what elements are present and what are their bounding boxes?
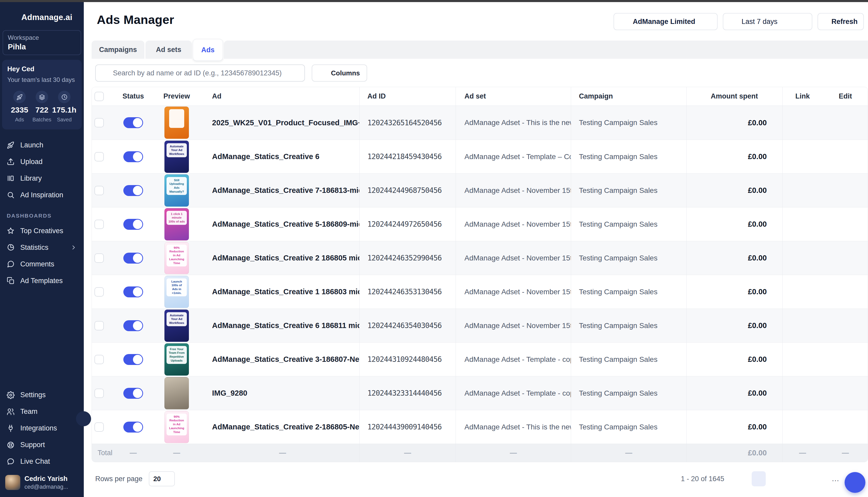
- arrow-down-icon[interactable]: [760, 93, 767, 100]
- page-button-5[interactable]: [814, 471, 828, 486]
- sidebar-item-library[interactable]: Library: [0, 170, 84, 187]
- external-link-icon[interactable]: [798, 253, 808, 263]
- sidebar-item-statistics[interactable]: Statistics: [0, 239, 84, 256]
- sort-icon[interactable]: [488, 94, 494, 99]
- page-button-2[interactable]: [767, 471, 781, 486]
- previous-page-button[interactable]: [735, 471, 746, 486]
- external-link-icon[interactable]: [798, 152, 808, 161]
- sidebar-item-ad-inspiration[interactable]: Ad Inspiration: [0, 187, 84, 203]
- layers-icon: [36, 91, 48, 103]
- external-link-icon[interactable]: [798, 422, 808, 432]
- refresh-button[interactable]: Refresh: [817, 13, 864, 30]
- ad-preview-thumbnail[interactable]: Automate Your Ad Workflows: [164, 310, 189, 342]
- sidebar-item-upload[interactable]: Upload: [0, 153, 84, 170]
- tab-ads[interactable]: Ads: [193, 39, 223, 61]
- tab-ad-sets[interactable]: Ad sets: [146, 41, 192, 59]
- page-button-4[interactable]: [799, 471, 813, 486]
- sort-icon[interactable]: [616, 94, 621, 99]
- status-toggle[interactable]: [123, 422, 143, 432]
- status-toggle[interactable]: [123, 219, 143, 230]
- ad-preview-thumbnail[interactable]: [164, 106, 189, 139]
- row-checkbox[interactable]: [94, 186, 104, 195]
- row-checkbox[interactable]: [94, 219, 104, 229]
- columns-button[interactable]: Columns: [312, 65, 367, 82]
- column-header-ad[interactable]: Ad: [206, 87, 359, 105]
- pencil-icon[interactable]: [841, 186, 850, 195]
- sidebar-item-support[interactable]: Support: [0, 437, 84, 453]
- chevron-updown-icon: [72, 478, 79, 487]
- ad-preview-thumbnail[interactable]: 1 click 1 minute 100s of ads: [164, 208, 189, 240]
- rows-per-page-select[interactable]: 20: [149, 471, 175, 486]
- column-header-campaign[interactable]: Campaign: [571, 87, 686, 105]
- row-checkbox[interactable]: [94, 422, 104, 432]
- row-checkbox[interactable]: [94, 118, 104, 127]
- status-toggle[interactable]: [123, 320, 143, 331]
- ad-preview-thumbnail[interactable]: 90% Reduction in Ad Launching Time: [164, 411, 189, 443]
- row-checkbox[interactable]: [94, 355, 104, 364]
- total-label: Total: [94, 449, 112, 457]
- account-selector[interactable]: AdManage Limited: [614, 13, 718, 30]
- status-toggle[interactable]: [123, 117, 143, 128]
- sidebar-item-settings[interactable]: Settings: [0, 387, 84, 403]
- pencil-icon[interactable]: [841, 423, 850, 431]
- search-input[interactable]: Search by ad name or ad ID (e.g., 123456…: [95, 65, 305, 82]
- user-menu[interactable]: Cedric Yarish ced@admanag...: [0, 470, 84, 497]
- external-link-icon[interactable]: [798, 219, 808, 229]
- sort-icon[interactable]: [224, 94, 229, 99]
- status-toggle[interactable]: [123, 151, 143, 162]
- ad-preview-thumbnail[interactable]: Automate Your Ad Workflows: [164, 141, 189, 173]
- row-checkbox[interactable]: [94, 253, 104, 263]
- status-toggle[interactable]: [123, 253, 143, 264]
- row-checkbox[interactable]: [94, 388, 104, 398]
- live-chat-fab[interactable]: [844, 472, 865, 493]
- status-toggle[interactable]: [123, 286, 143, 297]
- pencil-icon[interactable]: [841, 254, 850, 262]
- select-all-checkbox[interactable]: [94, 92, 104, 101]
- page-button-3[interactable]: [783, 471, 797, 486]
- external-link-icon[interactable]: [798, 186, 808, 195]
- sort-icon[interactable]: [388, 94, 394, 99]
- sidebar-item-top-creatives[interactable]: Top Creatives: [0, 223, 84, 239]
- sidebar-item-ad-templates[interactable]: Ad Templates: [0, 272, 84, 289]
- pencil-icon[interactable]: [841, 220, 850, 228]
- column-header-ad-id[interactable]: Ad ID: [359, 87, 456, 105]
- pencil-icon[interactable]: [841, 287, 850, 296]
- external-link-icon[interactable]: [798, 355, 808, 364]
- external-link-icon[interactable]: [798, 321, 808, 330]
- column-header-amount-spent[interactable]: Amount spent: [686, 87, 782, 105]
- column-header-ad-set[interactable]: Ad set: [456, 87, 571, 105]
- sidebar-item-launch[interactable]: Launch: [0, 137, 84, 153]
- page-button-1[interactable]: [752, 471, 766, 486]
- external-link-icon[interactable]: [798, 388, 808, 398]
- row-checkbox[interactable]: [94, 287, 104, 297]
- status-toggle[interactable]: [123, 185, 143, 196]
- ad-preview-thumbnail[interactable]: 90% Reduction in Ad Launching Time: [164, 242, 189, 274]
- pencil-icon[interactable]: [841, 152, 850, 161]
- sidebar-item-team[interactable]: Team: [0, 403, 84, 420]
- close-icon[interactable]: [70, 66, 77, 72]
- ad-preview-thumbnail[interactable]: Still Uploading Ads Manually?: [164, 174, 189, 207]
- status-toggle[interactable]: [123, 388, 143, 399]
- row-checkbox[interactable]: [94, 152, 104, 161]
- ad-preview-caption: 1 click 1 minute 100s of ads: [166, 211, 187, 225]
- pencil-icon[interactable]: [841, 118, 850, 127]
- tab-campaigns[interactable]: Campaigns: [92, 41, 144, 59]
- external-link-icon[interactable]: [798, 118, 808, 127]
- status-toggle[interactable]: [123, 354, 143, 365]
- sidebar-item-comments[interactable]: Comments: [0, 256, 84, 272]
- date-range-picker[interactable]: Last 7 days: [723, 13, 812, 30]
- ad-preview-thumbnail[interactable]: Launch 100s of Ads in <1min.: [164, 276, 189, 308]
- row-checkbox[interactable]: [94, 321, 104, 330]
- pencil-icon[interactable]: [841, 389, 850, 397]
- sidebar-item-live-chat[interactable]: Live Chat: [0, 453, 84, 470]
- ad-preview-thumbnail[interactable]: Free Your Team From Repetitive Uploads: [164, 343, 189, 375]
- workspace-selector[interactable]: Workspace Pihla: [3, 30, 81, 55]
- pencil-icon[interactable]: [841, 321, 850, 330]
- sidebar-item-integrations[interactable]: Integrations: [0, 420, 84, 437]
- pencil-icon[interactable]: [841, 355, 850, 364]
- admanage-logo-icon: [6, 12, 18, 23]
- sidebar-collapse-button[interactable]: [76, 411, 91, 426]
- external-link-icon[interactable]: [798, 287, 808, 297]
- team-card-subtitle: Your team's last 30 days: [7, 76, 77, 83]
- ad-preview-thumbnail[interactable]: [164, 377, 189, 409]
